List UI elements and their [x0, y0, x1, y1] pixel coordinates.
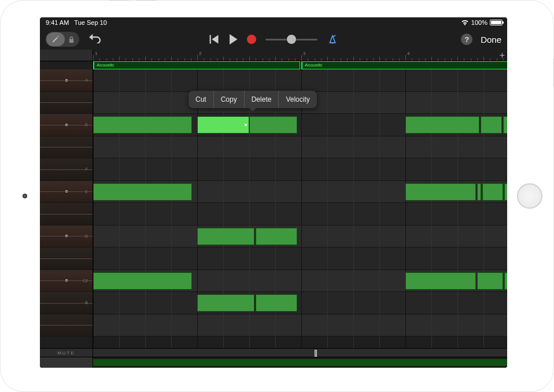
- string-row: F: [40, 158, 93, 181]
- note[interactable]: [93, 272, 192, 290]
- undo-button[interactable]: [88, 33, 101, 46]
- wifi-icon: [461, 20, 469, 25]
- menu-velocity[interactable]: Velocity: [279, 91, 316, 108]
- note[interactable]: [93, 183, 192, 201]
- done-button[interactable]: Done: [481, 35, 501, 45]
- string-row: [40, 247, 93, 270]
- string-row: E: [40, 181, 93, 204]
- record-button[interactable]: [247, 35, 256, 44]
- ruler-gutter: [40, 50, 93, 61]
- note-context-menu: Cut Copy Delete Velocity: [189, 91, 317, 108]
- volume-slider[interactable]: [265, 39, 317, 40]
- note[interactable]: [256, 228, 297, 245]
- menu-copy[interactable]: Copy: [214, 91, 245, 108]
- note[interactable]: [504, 272, 507, 290]
- region-acoustic-1[interactable]: Acoustic: [93, 61, 300, 69]
- edit-mode-toggle[interactable]: [46, 32, 79, 47]
- status-date: Tue Sep 10: [74, 19, 106, 26]
- bar-number: 1: [95, 51, 97, 56]
- mute-label: MUTE: [40, 349, 93, 358]
- string-label: E: [85, 190, 88, 194]
- battery-percent: 100%: [471, 19, 487, 26]
- bar-number: 3: [303, 51, 305, 56]
- piano-roll[interactable]: [93, 69, 507, 348]
- string-label: C2: [83, 279, 88, 283]
- battery-icon: [490, 20, 503, 25]
- note[interactable]: [249, 116, 297, 134]
- menu-delete[interactable]: Delete: [245, 91, 279, 108]
- string-row: A: [40, 69, 93, 92]
- note[interactable]: [481, 116, 503, 134]
- note[interactable]: [482, 183, 503, 201]
- note-selected[interactable]: [197, 116, 249, 134]
- note[interactable]: [197, 294, 254, 312]
- region-acoustic-2[interactable]: Acoustic: [301, 61, 507, 69]
- bar-number: 4: [407, 51, 409, 56]
- note[interactable]: [504, 183, 507, 201]
- note-resize-handle[interactable]: [245, 124, 247, 126]
- volume-thumb[interactable]: [287, 35, 296, 44]
- scroll-minimap[interactable]: [93, 359, 507, 366]
- menu-cut[interactable]: Cut: [189, 91, 214, 108]
- go-to-start-button[interactable]: [209, 35, 219, 44]
- note[interactable]: [256, 294, 297, 312]
- add-bars-button[interactable]: +: [500, 50, 505, 61]
- note[interactable]: [477, 183, 481, 201]
- string-row: [40, 92, 93, 114]
- note[interactable]: [405, 272, 476, 290]
- string-row: B: [40, 292, 93, 315]
- toolbar: ? Done: [40, 29, 507, 50]
- note[interactable]: [405, 183, 476, 201]
- time-ruler[interactable]: 1234: [93, 50, 507, 61]
- home-button[interactable]: [517, 183, 542, 209]
- string-row: [40, 136, 93, 159]
- front-camera: [23, 194, 27, 198]
- string-label: G: [85, 123, 88, 127]
- undo-icon: [88, 33, 101, 43]
- bar-number: 2: [199, 51, 201, 56]
- note[interactable]: [477, 272, 503, 290]
- note[interactable]: [503, 116, 507, 134]
- status-time: 9:41 AM: [46, 19, 69, 26]
- string-label: B: [85, 301, 88, 305]
- string-label: F: [86, 167, 88, 171]
- string-row: [40, 203, 93, 225]
- playhead-marker[interactable]: [315, 350, 317, 357]
- scroll-gutter: [40, 357, 93, 368]
- string-row: [40, 315, 93, 337]
- string-labels-pane: AGFEDC2B: [40, 69, 93, 348]
- status-bar: 9:41 AM Tue Sep 10 100%: [40, 17, 507, 29]
- string-row: D: [40, 225, 93, 248]
- note[interactable]: [197, 228, 254, 245]
- pencil-icon: [51, 35, 60, 43]
- note[interactable]: [405, 116, 479, 134]
- help-button[interactable]: ?: [461, 34, 472, 45]
- string-row: G: [40, 114, 93, 136]
- note[interactable]: [93, 116, 192, 134]
- string-label: A: [85, 78, 88, 82]
- lock-icon: [68, 36, 75, 43]
- metronome-button[interactable]: [327, 34, 338, 45]
- string-row: C2: [40, 270, 93, 293]
- play-button[interactable]: [228, 34, 238, 45]
- string-label: D: [85, 234, 88, 238]
